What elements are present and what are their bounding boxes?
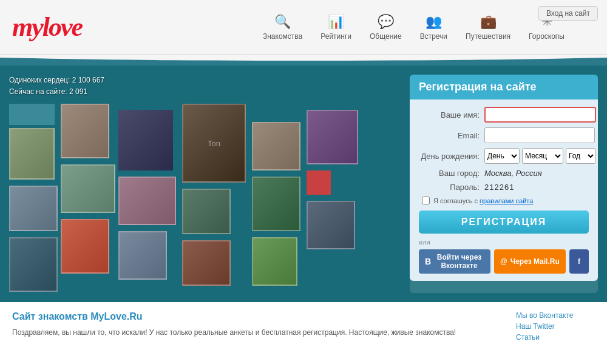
photo-12[interactable] bbox=[182, 240, 231, 286]
email-input[interactable] bbox=[484, 127, 595, 143]
photo-16[interactable] bbox=[307, 201, 355, 249]
people-icon: 👥 bbox=[426, 14, 442, 30]
registration-panel: Регистрация на сайте Ваше имя: Email: Де… bbox=[410, 75, 598, 293]
agree-row: Я соглашусь с правилами сайта bbox=[419, 197, 589, 204]
vk-icon: В bbox=[425, 257, 431, 266]
nav-vstrechi[interactable]: 👥 Встречи bbox=[414, 11, 453, 44]
registration-form: Ваше имя: Email: День рождения: День Мес… bbox=[410, 99, 598, 281]
footer-title: Сайт знакомств MyLove.Ru bbox=[12, 311, 492, 322]
photo-7[interactable] bbox=[118, 110, 173, 170]
footer-links-block: Мы во Вконтакте Наш Twitter Статьи bbox=[516, 311, 595, 360]
chat-icon: 💬 bbox=[378, 14, 394, 30]
photo-6[interactable] bbox=[61, 219, 109, 274]
wave-divider bbox=[0, 55, 607, 66]
header: mylove 🔍 Знакомства 📊 Рейтинги 💬 Общение… bbox=[0, 0, 607, 55]
password-value: 212261 bbox=[484, 183, 514, 192]
vk-login-button[interactable]: В Войти через Вконтакте bbox=[419, 249, 490, 274]
suitcase-icon: 💼 bbox=[480, 14, 497, 30]
footer: Сайт знакомств MyLove.Ru Поздравляем, вы… bbox=[0, 302, 607, 364]
footer-text-block: Сайт знакомств MyLove.Ru Поздравляем, вы… bbox=[12, 311, 492, 360]
photo-9[interactable] bbox=[118, 231, 167, 280]
city-label: Ваш город: bbox=[419, 169, 480, 178]
register-button[interactable]: РЕГИСТРАЦИЯ bbox=[419, 211, 589, 234]
footer-link-twitter[interactable]: Наш Twitter bbox=[516, 322, 595, 331]
photo-15[interactable] bbox=[307, 110, 358, 164]
photo-4[interactable] bbox=[61, 104, 109, 158]
photo-3[interactable] bbox=[9, 237, 58, 292]
footer-link-articles[interactable]: Статьи bbox=[516, 333, 595, 342]
dob-label: День рождения: bbox=[419, 152, 480, 161]
mail-icon: @ bbox=[500, 257, 507, 266]
photo-1[interactable] bbox=[9, 128, 55, 180]
footer-link-vk[interactable]: Мы во Вконтакте bbox=[516, 311, 595, 320]
name-label: Ваше имя: bbox=[419, 110, 480, 120]
rules-link[interactable]: правилами сайта bbox=[480, 197, 533, 204]
photo-8[interactable] bbox=[118, 177, 176, 225]
name-row: Ваше имя: bbox=[419, 107, 589, 123]
main-nav: 🔍 Знакомства 📊 Рейтинги 💬 Общение 👥 Встр… bbox=[257, 11, 571, 44]
dob-year-select[interactable]: Год bbox=[566, 148, 596, 164]
photo-accent-teal bbox=[9, 104, 55, 125]
photos-grid: Ton bbox=[9, 104, 331, 286]
dob-month-select[interactable]: Месяц bbox=[522, 148, 563, 164]
name-input[interactable] bbox=[484, 107, 596, 123]
footer-description: Поздравляем, вы нашли то, что искали! У … bbox=[12, 327, 492, 339]
registration-title: Регистрация на сайте bbox=[410, 75, 598, 99]
main-section: Одиноких сердец: 2 100 667 Сейчас на сай… bbox=[0, 66, 607, 302]
login-button[interactable]: Вход на сайт bbox=[538, 6, 598, 21]
city-value: Москва, Россия bbox=[484, 169, 542, 178]
nav-reytingi[interactable]: 📊 Рейтинги bbox=[314, 11, 358, 44]
photo-11[interactable] bbox=[182, 189, 231, 234]
dob-row: День рождения: День Месяц Год bbox=[419, 148, 589, 164]
photo-13[interactable] bbox=[252, 122, 300, 170]
photo-2[interactable] bbox=[9, 186, 58, 231]
or-text: или bbox=[419, 238, 589, 246]
dob-day-select[interactable]: День bbox=[484, 148, 520, 164]
photo-14[interactable] bbox=[252, 177, 300, 231]
agree-checkbox[interactable] bbox=[422, 197, 430, 204]
online-now-count: Сейчас на сайте: 2 091 bbox=[9, 86, 410, 98]
password-row: Пароль: 212261 bbox=[419, 183, 589, 192]
photo-17[interactable] bbox=[252, 237, 297, 286]
social-login-row: В Войти через Вконтакте @ Через Mail.Ru … bbox=[419, 249, 589, 274]
logo[interactable]: mylove bbox=[12, 12, 82, 42]
photo-accent-red bbox=[307, 170, 331, 195]
photo-5[interactable] bbox=[61, 164, 115, 213]
nav-puteshestviya[interactable]: 💼 Путешествия bbox=[459, 11, 517, 44]
city-row: Ваш город: Москва, Россия bbox=[419, 169, 589, 178]
dob-selects: День Месяц Год bbox=[484, 148, 596, 164]
stats-block: Одиноких сердец: 2 100 667 Сейчас на сай… bbox=[9, 75, 410, 98]
chart-icon: 📊 bbox=[328, 14, 344, 30]
agree-text: Я соглашусь с правилами сайта bbox=[433, 197, 533, 204]
photo-10[interactable]: Ton bbox=[182, 104, 246, 183]
lonely-hearts-count: Одиноких сердец: 2 100 667 bbox=[9, 75, 410, 86]
email-label: Email: bbox=[419, 131, 480, 140]
nav-obshenie[interactable]: 💬 Общение bbox=[364, 11, 408, 44]
password-label: Пароль: bbox=[419, 183, 480, 192]
facebook-login-button[interactable]: f bbox=[569, 249, 589, 274]
mail-login-button[interactable]: @ Через Mail.Ru bbox=[494, 249, 566, 274]
photo-collage: Одиноких сердец: 2 100 667 Сейчас на сай… bbox=[0, 66, 410, 302]
email-row: Email: bbox=[419, 127, 589, 143]
search-icon: 🔍 bbox=[274, 14, 291, 30]
nav-znakomstva[interactable]: 🔍 Знакомства bbox=[257, 11, 308, 44]
